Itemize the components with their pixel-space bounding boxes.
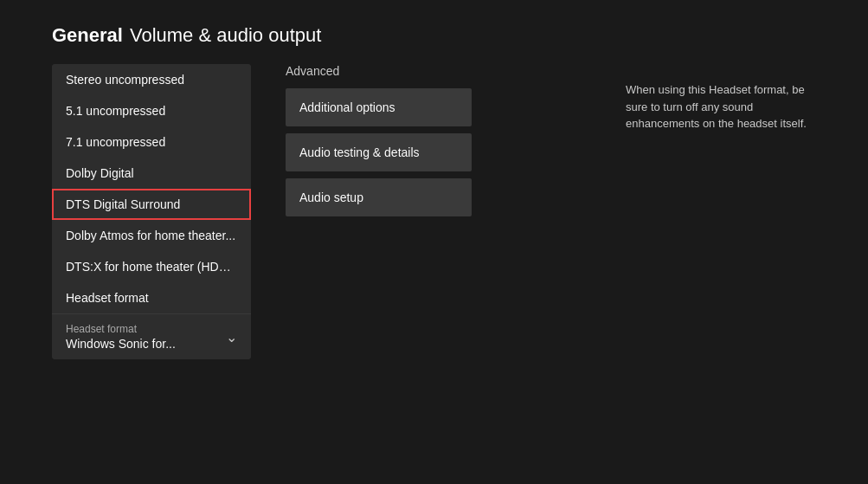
main-content: Stereo uncompressed 5.1 uncompressed 7.1… xyxy=(0,64,868,359)
advanced-label: Advanced xyxy=(286,64,600,78)
page-header: General Volume & audio output xyxy=(0,0,868,64)
additional-options-button[interactable]: Additional options xyxy=(286,88,472,126)
list-item[interactable]: 7.1 uncompressed xyxy=(52,126,251,158)
advanced-section: Advanced Additional options Audio testin… xyxy=(286,64,600,223)
list-item[interactable]: Dolby Digital xyxy=(52,158,251,189)
info-text: When using this Headset format, be sure … xyxy=(626,64,816,132)
list-item[interactable]: Stereo uncompressed xyxy=(52,64,251,95)
header-normal: Volume & audio output xyxy=(130,24,321,47)
list-item-dts[interactable]: DTS Digital Surround xyxy=(52,189,251,220)
info-panel: When using this Headset format, be sure … xyxy=(626,64,816,223)
format-selector-value: Windows Sonic for... xyxy=(66,337,176,351)
list-item[interactable]: Dolby Atmos for home theater... xyxy=(52,220,251,251)
audio-testing-button[interactable]: Audio testing & details xyxy=(286,133,472,171)
dropdown-list: Stereo uncompressed 5.1 uncompressed 7.1… xyxy=(52,64,251,359)
list-item[interactable]: DTS:X for home theater (HDMI... xyxy=(52,251,251,282)
list-item[interactable]: Headset format xyxy=(52,282,251,313)
audio-setup-button[interactable]: Audio setup xyxy=(286,178,472,216)
right-panel: Advanced Additional options Audio testin… xyxy=(286,64,816,223)
header-bold: General xyxy=(52,24,123,47)
chevron-down-icon: ⌄ xyxy=(226,329,237,345)
format-selector-label: Headset format xyxy=(66,323,176,335)
format-selector[interactable]: Headset format Windows Sonic for... ⌄ xyxy=(52,313,251,359)
list-item[interactable]: 5.1 uncompressed xyxy=(52,95,251,126)
